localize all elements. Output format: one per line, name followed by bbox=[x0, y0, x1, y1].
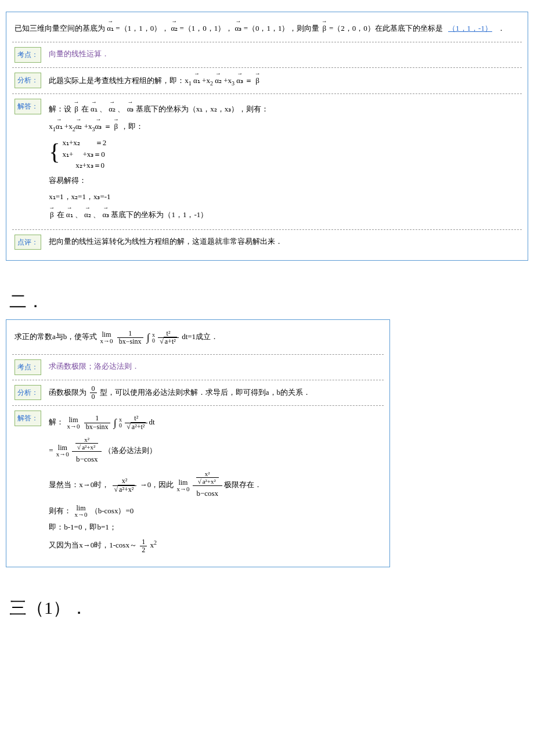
p1-beta-val: =（2，0，0）在此基底下的坐标是 bbox=[329, 24, 443, 33]
jieda-body: 解： lim x→0 1 bx−sinx ∫ x 0 t² √a²+t² dt bbox=[49, 411, 375, 556]
p1-kaodian-row: 考点： 向量的线性运算． bbox=[12, 42, 522, 67]
p2-kaodian-row: 考点： 求函数极限；洛必达法则． bbox=[12, 354, 384, 380]
lim-expr: lim x→0 bbox=[100, 331, 113, 344]
p2-jieda-row: 解答： 解： lim x→0 1 bx−sinx ∫ x 0 t² bbox=[12, 405, 384, 561]
vec-beta: →β bbox=[322, 20, 327, 35]
fenxi-body: 函数极限为 0 0 型，可以使用洛必达法则求解．求导后，即可得到a，b的关系． bbox=[49, 385, 375, 401]
p1-dianping-row: 点评： 把向量的线性运算转化为线性方程组的解，这道题就非常容易解出来． bbox=[12, 229, 522, 255]
p1-jieda-row: 解答： 解：设 →β 在 →α₁ 、 →α₂ 、 →α₃ 基底下的坐标为（x₁，… bbox=[12, 93, 522, 229]
dianping-label: 点评： bbox=[15, 235, 41, 250]
heading-2: 二． bbox=[6, 278, 528, 319]
p1-question: 已知三维向量空间的基底为 →α₁ =（1，1，0）， →α₂ =（1，0，1），… bbox=[12, 17, 522, 42]
kaodian-label: 考点： bbox=[15, 47, 41, 63]
vec-a2: →α₂ bbox=[171, 20, 178, 35]
kaodian-text: 向量的线性运算． bbox=[49, 47, 513, 62]
p1-q-prefix: 已知三维向量空间的基底为 bbox=[15, 24, 105, 33]
jieda-label: 解答： bbox=[15, 99, 41, 114]
kaodian-label: 考点： bbox=[15, 359, 41, 375]
vec-a1: →α₁ bbox=[107, 20, 114, 35]
vec-a3: →α₃ bbox=[235, 20, 242, 35]
p2-fenxi-row: 分析： 函数极限为 0 0 型，可以使用洛必达法则求解．求导后，即可得到a，b的… bbox=[12, 380, 384, 405]
problem-1-box: 已知三维向量空间的基底为 →α₁ =（1，1，0）， →α₂ =（1，0，1），… bbox=[6, 12, 528, 261]
p1-answer-blank: （1，1，-1） bbox=[445, 24, 496, 33]
equation-system: { x₁+x₂ ＝2 x₁+ +x₃＝0 x₂+x₃＝0 bbox=[49, 137, 513, 171]
fenxi-label: 分析： bbox=[15, 385, 41, 401]
heading-3: 三（1）． bbox=[6, 585, 528, 626]
p2-question: 求正的常数a与b，使等式 lim x→0 1 bx−sinx ∫ x 0 t² … bbox=[12, 325, 384, 354]
jieda-label: 解答： bbox=[15, 411, 41, 426]
dianping-text: 把向量的线性运算转化为线性方程组的解，这道题就非常容易解出来． bbox=[49, 235, 513, 249]
p1-period: ． bbox=[497, 24, 505, 33]
kaodian-text: 求函数极限；洛必达法则． bbox=[49, 359, 375, 374]
p1-a3-val: =（0，1，1），则向量 bbox=[244, 24, 320, 33]
problem-2-box: 求正的常数a与b，使等式 lim x→0 1 bx−sinx ∫ x 0 t² … bbox=[6, 319, 390, 567]
fenxi-label: 分析： bbox=[15, 73, 41, 88]
p1-a2-val: =（1，0，1）， bbox=[179, 24, 233, 33]
p1-fenxi-row: 分析： 此题实际上是考查线性方程组的解，即：x1 →α₁ +x2 →α₂ +x3… bbox=[12, 67, 522, 93]
p1-a1-val: =（1，1，0）， bbox=[116, 24, 169, 33]
jieda-body: 解：设 →β 在 →α₁ 、 →α₂ 、 →α₃ 基底下的坐标为（x₁，x₂，x… bbox=[49, 99, 513, 225]
brace-icon: { bbox=[49, 137, 60, 171]
fenxi-body: 此题实际上是考查线性方程组的解，即：x1 →α₁ +x2 →α₂ +x3 →α₃… bbox=[49, 73, 513, 89]
integral-icon: ∫ bbox=[147, 328, 150, 347]
